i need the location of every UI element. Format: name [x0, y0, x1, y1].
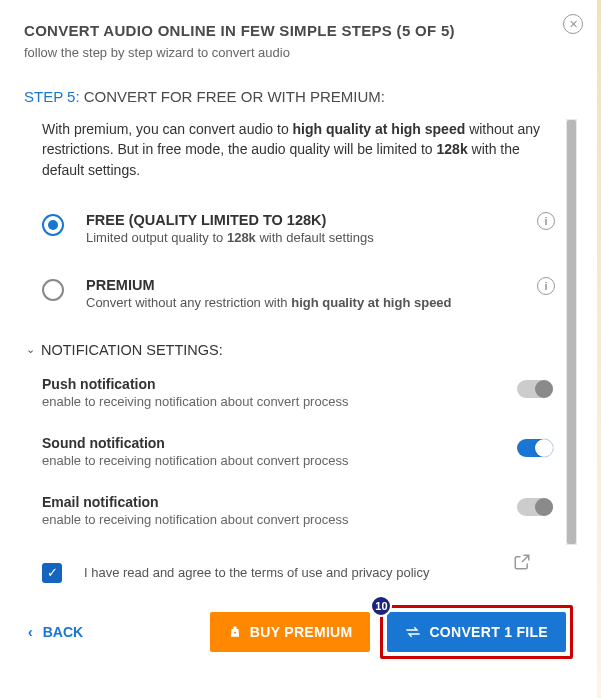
toggle-knob [535, 380, 553, 398]
chevron-left-icon: ‹ [28, 624, 33, 640]
terms-label: I have read and agree to the terms of us… [84, 565, 429, 580]
notification-title: Email notification [42, 494, 517, 510]
plan-premium-desc: Convert without any restriction with hig… [86, 295, 515, 310]
step-title: CONVERT FOR FREE OR WITH PREMIUM: [80, 88, 385, 105]
notification-title: Push notification [42, 376, 517, 392]
step-number: STEP 5: [24, 88, 80, 105]
radio-dot-icon [48, 220, 58, 230]
wizard-subtitle: follow the step by step wizard to conver… [24, 45, 577, 60]
toggle-knob [535, 439, 553, 457]
notification-row: Sound notification enable to receiving n… [42, 435, 559, 468]
convert-button-highlight: 10 CONVERT 1 FILE [380, 605, 573, 659]
plan-premium-title: PREMIUM [86, 277, 515, 293]
back-button[interactable]: ‹ BACK [28, 624, 83, 640]
buy-premium-button[interactable]: BUY PREMIUM [210, 612, 371, 652]
toggle-email-notification[interactable] [517, 498, 553, 516]
convert-button[interactable]: CONVERT 1 FILE [387, 612, 566, 652]
toggle-knob [535, 498, 553, 516]
terms-checkbox[interactable]: ✓ [42, 563, 62, 583]
notification-title: Sound notification [42, 435, 517, 451]
plan-free-title: FREE (QUALITY LIMITED TO 128K) [86, 212, 515, 228]
bag-icon [228, 625, 242, 639]
close-button[interactable]: ✕ [563, 14, 583, 34]
chevron-down-icon: ⌄ [26, 343, 35, 356]
toggle-push-notification[interactable] [517, 380, 553, 398]
external-link-icon[interactable] [513, 553, 531, 571]
step-heading: STEP 5: CONVERT FOR FREE OR WITH PREMIUM… [24, 88, 577, 105]
plan-option-premium[interactable]: PREMIUM Convert without any restriction … [42, 277, 559, 310]
notification-row: Push notification enable to receiving no… [42, 376, 559, 409]
radio-premium[interactable] [42, 279, 64, 301]
info-icon[interactable]: i [537, 212, 555, 230]
notification-row: Email notification enable to receiving n… [42, 494, 559, 527]
notification-desc: enable to receiving notification about c… [42, 453, 517, 468]
plan-option-free[interactable]: FREE (QUALITY LIMITED TO 128K) Limited o… [42, 212, 559, 245]
notification-desc: enable to receiving notification about c… [42, 512, 517, 527]
swap-icon [405, 626, 421, 638]
plan-free-desc: Limited output quality to 128k with defa… [86, 230, 515, 245]
info-icon[interactable]: i [537, 277, 555, 295]
check-icon: ✓ [47, 565, 58, 580]
scrollbar-thumb[interactable] [567, 120, 576, 544]
wizard-title: CONVERT AUDIO ONLINE IN FEW SIMPLE STEPS… [24, 22, 577, 39]
step-description: With premium, you can convert audio to h… [42, 119, 559, 180]
radio-free[interactable] [42, 214, 64, 236]
close-icon: ✕ [569, 18, 578, 31]
scrollbar-track[interactable] [566, 119, 577, 545]
notification-settings-heading[interactable]: ⌄ NOTIFICATION SETTINGS: [26, 342, 559, 358]
toggle-sound-notification[interactable] [517, 439, 553, 457]
notification-desc: enable to receiving notification about c… [42, 394, 517, 409]
